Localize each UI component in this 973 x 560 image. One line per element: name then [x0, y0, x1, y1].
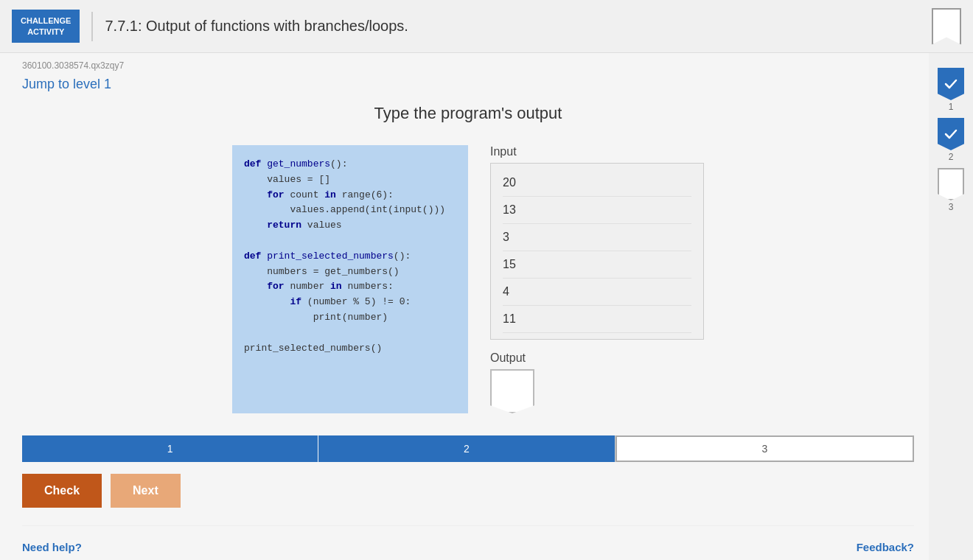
button-row: Check Next: [22, 474, 914, 508]
output-label: Output: [490, 351, 704, 365]
input-list: 20 13 3 15 4 11: [503, 169, 691, 333]
list-item: 20: [503, 169, 691, 197]
footer: Need help? Feedback?: [22, 525, 914, 560]
progress-segment-2[interactable]: 2: [318, 435, 614, 462]
breadcrumb: 360100.3038574.qx3zqy7: [22, 53, 914, 74]
level-indicator-1[interactable]: 1: [938, 68, 964, 112]
checkmark-icon-2: [944, 127, 958, 141]
main-area: 360100.3038574.qx3zqy7 Jump to level 1 T…: [0, 53, 973, 560]
header: CHALLENGE ACTIVITY 7.7.1: Output of func…: [0, 0, 973, 53]
list-item: 13: [503, 197, 691, 224]
right-sidebar: 1 2 3: [929, 53, 973, 560]
progress-bar: 1 2 3: [22, 435, 914, 462]
progress-segment-1[interactable]: 1: [22, 435, 318, 462]
list-item: 3: [503, 224, 691, 251]
level-indicator-2[interactable]: 2: [938, 118, 964, 162]
page-title: 7.7.1: Output of functions with branches…: [105, 18, 408, 35]
output-input-field[interactable]: [490, 369, 534, 413]
level-number-1: 1: [949, 102, 954, 112]
code-block: def get_numbers(): values = [] for count…: [232, 145, 468, 413]
input-values-box: 20 13 3 15 4 11: [490, 163, 704, 340]
bookmark-icon[interactable]: [932, 8, 961, 45]
check-button[interactable]: Check: [22, 474, 102, 508]
progress-segment-3[interactable]: 3: [615, 435, 914, 462]
level-number-3: 3: [949, 202, 954, 212]
level-badge-3[interactable]: [938, 168, 964, 200]
content: 360100.3038574.qx3zqy7 Jump to level 1 T…: [0, 53, 929, 560]
list-item: 11: [503, 306, 691, 333]
level-number-2: 2: [949, 152, 954, 162]
input-section: Input 20 13 3 15 4 11: [490, 145, 704, 340]
question-title: Type the program's output: [22, 104, 914, 123]
next-button[interactable]: Next: [111, 474, 181, 508]
challenge-activity-badge: CHALLENGE ACTIVITY: [12, 10, 80, 43]
list-item: 15: [503, 251, 691, 279]
level-badge-2[interactable]: [938, 118, 964, 150]
output-section: Output: [490, 351, 704, 413]
input-label: Input: [490, 145, 704, 158]
jump-to-level-link[interactable]: Jump to level 1: [22, 74, 111, 104]
list-item: 4: [503, 279, 691, 306]
need-help-link[interactable]: Need help?: [22, 541, 82, 553]
level-indicator-3[interactable]: 3: [938, 168, 964, 212]
checkmark-icon-1: [944, 77, 958, 91]
level-badge-1[interactable]: [938, 68, 964, 100]
exercise-area: def get_numbers(): values = [] for count…: [22, 145, 914, 413]
feedback-link[interactable]: Feedback?: [857, 541, 914, 553]
io-panel: Input 20 13 3 15 4 11 Output: [490, 145, 704, 413]
header-divider: [91, 12, 93, 41]
